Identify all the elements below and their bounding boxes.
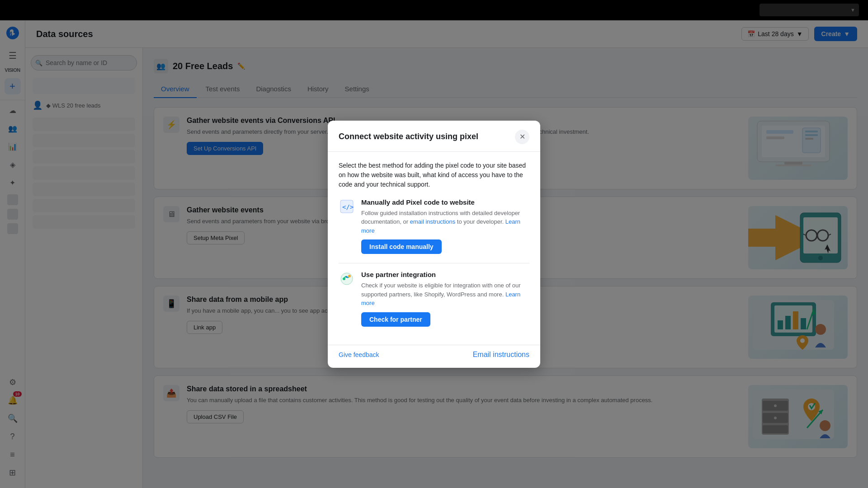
svg-point-46	[341, 273, 353, 285]
modal-overlay[interactable]: Connect website activity using pixel ✕ S…	[0, 0, 868, 488]
partner-icon	[339, 271, 355, 287]
modal-subtitle: Select the best method for adding the pi…	[339, 161, 529, 189]
svg-point-49	[346, 276, 348, 278]
install-code-manually-button[interactable]: Install code manually	[361, 239, 442, 254]
modal-body: Select the best method for adding the pi…	[328, 152, 540, 345]
modal-close-button[interactable]: ✕	[515, 130, 529, 144]
modal-footer: Give feedback Email instructions	[328, 345, 540, 368]
modal-partner-desc: Check if your website is eligible for in…	[361, 281, 529, 308]
modal-manual-content: Manually add Pixel code to website Follo…	[361, 198, 529, 254]
give-feedback-link[interactable]: Give feedback	[339, 351, 379, 358]
modal-header: Connect website activity using pixel ✕	[328, 121, 540, 152]
email-instructions-link[interactable]: email instructions	[410, 218, 455, 225]
modal-title: Connect website activity using pixel	[339, 132, 478, 141]
modal-partner-heading: Use partner integration	[361, 271, 529, 278]
modal: Connect website activity using pixel ✕ S…	[328, 121, 540, 368]
svg-point-47	[343, 277, 345, 280]
modal-partner-content: Use partner integration Check if your we…	[361, 271, 529, 327]
modal-divider	[339, 263, 529, 263]
svg-point-48	[348, 275, 351, 277]
modal-manual-heading: Manually add Pixel code to website	[361, 198, 529, 206]
email-instructions-footer[interactable]: Email instructions	[473, 351, 529, 359]
svg-text:</>: </>	[342, 203, 354, 211]
check-for-partner-button[interactable]: Check for partner	[361, 312, 430, 327]
modal-manual-desc: Follow guided installation instructions …	[361, 209, 529, 235]
modal-section-manual: </> Manually add Pixel code to website F…	[339, 198, 529, 254]
modal-section-partner: Use partner integration Check if your we…	[339, 271, 529, 327]
code-icon: </>	[339, 198, 355, 215]
